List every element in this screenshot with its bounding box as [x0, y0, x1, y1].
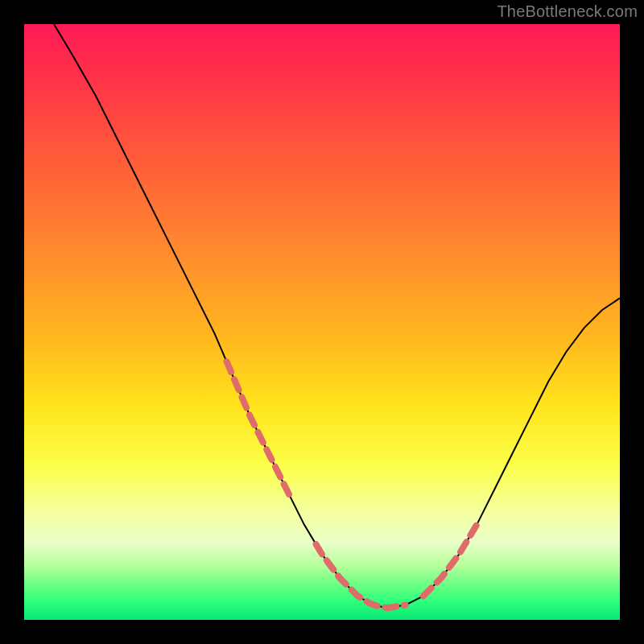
dashed-overlay-right: [423, 525, 477, 597]
dashed-overlay-mid: [316, 544, 406, 608]
bottleneck-curve: [54, 24, 620, 608]
chart-frame: TheBottleneck.com: [0, 0, 644, 644]
curve-svg: [24, 24, 620, 620]
plot-area: [24, 24, 620, 620]
watermark-text: TheBottleneck.com: [497, 2, 638, 21]
